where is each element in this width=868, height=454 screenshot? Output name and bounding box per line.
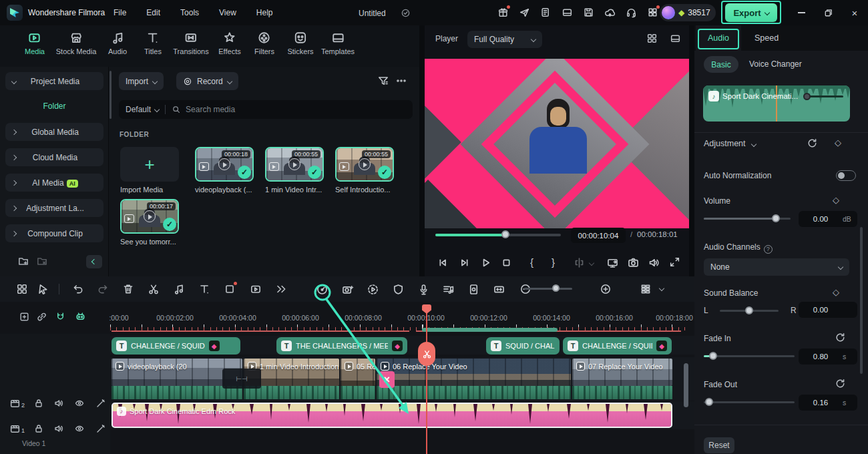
- scrubber-knob[interactable]: [501, 230, 509, 238]
- export-button[interactable]: Export: [725, 3, 777, 22]
- volume-icon[interactable]: [648, 256, 660, 269]
- tab-effects[interactable]: Effects: [218, 31, 240, 55]
- media-item-videoplayback[interactable]: 00:00:18 ✓: [195, 147, 254, 182]
- undo-icon[interactable]: [72, 283, 84, 295]
- tab-stickers[interactable]: Stickers: [287, 31, 313, 55]
- timeline-zoom-slider[interactable]: [524, 288, 572, 290]
- menu-help[interactable]: Help: [256, 8, 273, 17]
- menu-view[interactable]: View: [219, 8, 236, 17]
- zoom-knob[interactable]: [552, 284, 560, 292]
- search-input[interactable]: [186, 105, 353, 114]
- crop-tool-icon[interactable]: [224, 283, 236, 295]
- layout-icon[interactable]: [562, 7, 573, 18]
- media-view-icon[interactable]: [16, 283, 28, 295]
- menu-edit[interactable]: Edit: [146, 8, 160, 17]
- redo-icon[interactable]: [97, 283, 109, 295]
- fade-out-slider[interactable]: [704, 401, 795, 403]
- filter-track-icon[interactable]: [95, 398, 106, 409]
- mirror-display-icon[interactable]: [606, 256, 619, 269]
- marker-icon[interactable]: [19, 311, 30, 322]
- screen-record-icon[interactable]: [250, 283, 262, 295]
- split-icon[interactable]: [573, 256, 586, 269]
- playhead-line[interactable]: [426, 304, 427, 454]
- sidebar-item-compound-clip[interactable]: Compound Clip: [5, 224, 103, 242]
- menu-tools[interactable]: Tools: [180, 8, 199, 17]
- tab-templates[interactable]: Templates: [321, 31, 355, 55]
- hide-icon[interactable]: [74, 398, 85, 409]
- mark-out-icon[interactable]: }: [552, 256, 555, 268]
- support-icon[interactable]: [626, 7, 637, 18]
- clip-volume-knob[interactable]: [803, 93, 811, 100]
- split-tool-icon[interactable]: [148, 283, 160, 295]
- media-item-see-you-tomorrow[interactable]: 00:00:17 ✓: [120, 199, 179, 234]
- track-manager-icon[interactable]: [640, 283, 652, 295]
- record-button[interactable]: Record: [176, 72, 238, 90]
- transition-x-icon[interactable]: [379, 371, 395, 388]
- balance-slider[interactable]: [720, 310, 779, 312]
- player-scrubber[interactable]: [435, 234, 561, 236]
- split-menu-chevron[interactable]: [589, 260, 594, 266]
- fade-out-reset-icon[interactable]: [835, 378, 846, 389]
- balance-value-box[interactable]: 0.00: [799, 302, 857, 318]
- project-list-icon[interactable]: [540, 7, 552, 18]
- fade-in-value-box[interactable]: 0.80s: [799, 349, 857, 365]
- clip-volume-slider[interactable]: [805, 95, 843, 97]
- subtab-basic[interactable]: Basic: [704, 56, 738, 73]
- link-clips-icon[interactable]: [36, 311, 47, 322]
- next-frame-icon[interactable]: [458, 256, 471, 269]
- delete-icon[interactable]: [122, 283, 134, 295]
- sidebar-item-adjustment-layer[interactable]: Adjustment La...: [5, 199, 103, 217]
- sidebar-item-global-media[interactable]: Global Media: [5, 123, 103, 141]
- adjustment-reset-icon[interactable]: [807, 138, 818, 149]
- filter-track-icon[interactable]: [95, 423, 106, 434]
- panel-scrollbar[interactable]: [110, 71, 112, 119]
- timeline-vertical-scrollbar[interactable]: [684, 363, 688, 407]
- voiceover-mic-icon[interactable]: [417, 283, 430, 296]
- import-button[interactable]: Import: [119, 72, 164, 90]
- timeline-ruler[interactable]: :00:00 00:00:02:00 00:00:04:00 00:00:06:…: [0, 304, 694, 334]
- shield-icon[interactable]: [392, 283, 405, 296]
- fit-timeline-icon[interactable]: [493, 283, 505, 296]
- new-folder-icon[interactable]: [17, 255, 29, 267]
- select-tool-icon[interactable]: [37, 283, 49, 295]
- fade-in-slider[interactable]: [704, 355, 795, 357]
- tab-audio-properties[interactable]: Audio: [696, 25, 741, 51]
- tab-transitions[interactable]: Transitions: [173, 31, 208, 55]
- minimize-button[interactable]: [788, 0, 815, 25]
- panel-scrollbar[interactable]: [860, 227, 863, 374]
- video-clip[interactable]: 05 Repl...: [341, 359, 375, 386]
- video-clip[interactable]: 06 Replace Your Video: [377, 359, 571, 386]
- audio-stretch-icon[interactable]: [442, 283, 455, 296]
- zoom-in-icon[interactable]: [600, 283, 612, 295]
- lock-icon[interactable]: [33, 398, 44, 409]
- close-button[interactable]: ×: [841, 0, 868, 25]
- fade-in-knob[interactable]: [709, 352, 717, 360]
- video-clip[interactable]: 07 Replace Your Video: [572, 359, 672, 386]
- scopes-icon[interactable]: [670, 33, 681, 44]
- fullscreen-icon[interactable]: [669, 256, 680, 268]
- fade-out-value-box[interactable]: 0.16s: [799, 395, 857, 411]
- sort-dropdown[interactable]: Default: [126, 105, 151, 114]
- title-clip[interactable]: CHALLENGE / SQUID: [563, 337, 672, 355]
- snapshot-icon[interactable]: [627, 256, 640, 269]
- preview-quality-icon[interactable]: [467, 283, 480, 296]
- tab-stock-media[interactable]: Stock Media: [56, 31, 97, 55]
- camera-add-icon[interactable]: [341, 283, 354, 296]
- import-media-tile[interactable]: +: [120, 147, 179, 182]
- cloud-upload-icon[interactable]: [604, 7, 616, 18]
- multiview-icon[interactable]: [646, 33, 658, 44]
- title-clip[interactable]: THE CHALLENGERS / MEET: [276, 337, 407, 355]
- more-tools-icon[interactable]: [275, 283, 287, 295]
- quality-dropdown[interactable]: Full Quality: [467, 31, 542, 48]
- render-preview-icon[interactable]: [367, 283, 379, 296]
- sidebar-item-ai-media[interactable]: AI MediaAI: [5, 174, 103, 192]
- play-icon[interactable]: [479, 256, 492, 269]
- volume-slider[interactable]: [704, 218, 791, 220]
- adjustment-section[interactable]: Adjustment: [704, 139, 756, 148]
- save-icon[interactable]: [583, 7, 594, 18]
- delete-folder-icon[interactable]: [36, 255, 48, 267]
- title-clip[interactable]: CHALLENGE / SQUID: [112, 337, 240, 355]
- fade-out-knob[interactable]: [705, 398, 713, 406]
- current-timecode[interactable]: 00:00:10:04: [571, 228, 626, 243]
- tab-speed[interactable]: Speed: [754, 25, 779, 51]
